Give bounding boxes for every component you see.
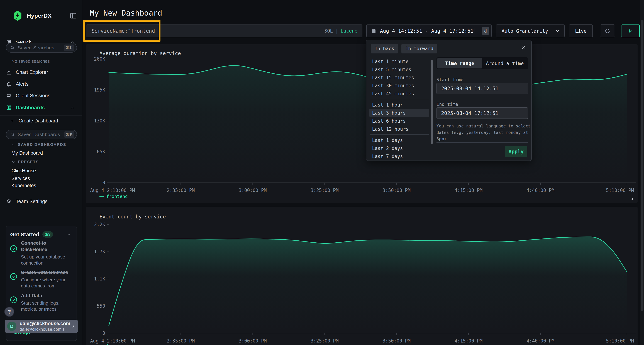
- range-option[interactable]: Last 1 days: [369, 136, 429, 144]
- chevron-right-icon: [71, 324, 75, 328]
- sidebar-collapse-icon[interactable]: [70, 12, 77, 20]
- check-circle-icon: [10, 245, 18, 253]
- section-saved-dashboards[interactable]: SAVED DASHBOARDS: [12, 142, 66, 147]
- date-shortcut-badge: d: [482, 27, 489, 35]
- create-dashboard-button[interactable]: Create Dashboard: [0, 117, 82, 124]
- range-option[interactable]: Last 5 minutes: [369, 65, 429, 73]
- get-started-header[interactable]: Get Started 3/3: [10, 231, 73, 238]
- get-started-progress-badge: 3/3: [42, 231, 53, 238]
- chevron-up-icon[interactable]: [70, 105, 75, 110]
- search-icon: [10, 132, 15, 137]
- user-team: dale@clickhouse.com's: [20, 327, 70, 332]
- svg-text:Aug 4 2:10:00 PM: Aug 4 2:10:00 PM: [90, 338, 135, 344]
- range-option[interactable]: Last 14 days: [369, 160, 429, 161]
- svg-text:3:25:00 PM: 3:25:00 PM: [310, 188, 339, 193]
- sidebar-item-dashboards[interactable]: Dashboards: [0, 104, 82, 111]
- lucene-toggle[interactable]: Lucene: [340, 28, 358, 34]
- range-option[interactable]: Last 30 minutes: [369, 81, 429, 89]
- get-started-item-title: Create Data Sources: [21, 269, 70, 276]
- page-scrollbar-track[interactable]: [640, 0, 644, 345]
- search-icon: [10, 45, 15, 50]
- get-started-item-sources[interactable]: Create Data Sources Configure where your…: [10, 269, 74, 289]
- sidebar: HyperDX Search Saved Searches ⌘K No save…: [0, 0, 82, 345]
- help-button[interactable]: ?: [4, 307, 14, 317]
- sidebar-item-clickhouse[interactable]: ClickHouse: [12, 167, 36, 174]
- sidebar-item-services[interactable]: Services: [12, 175, 30, 182]
- chart-title: Average duration by service: [100, 50, 181, 56]
- sidebar-item-team-settings[interactable]: Team Settings: [0, 198, 82, 205]
- list-scrollbar-thumb[interactable]: [431, 60, 433, 144]
- sidebar-item-label: Dashboards: [16, 105, 45, 110]
- sql-toggle[interactable]: SQL: [324, 28, 333, 34]
- resize-handle-icon[interactable]: [630, 197, 634, 201]
- get-started-item-add-data[interactable]: Add Data Start sending logs, metrics, or…: [10, 293, 74, 312]
- saved-dashboards-input[interactable]: Saved Dashboards ⌘K: [6, 130, 77, 139]
- search-filter-input[interactable]: ServiceName:"frontend" SQL | Lucene: [86, 24, 362, 37]
- avatar: D: [7, 322, 16, 331]
- chart-legend[interactable]: frontend: [100, 343, 128, 345]
- sidebar-item-my-dashboard[interactable]: My Dashboard: [12, 149, 43, 157]
- chart-canvas[interactable]: 2.2K1.7K1.1K5500Aug 4 2:10:00 PM2:35:00 …: [86, 207, 638, 345]
- run-query-button[interactable]: [621, 24, 640, 37]
- sidebar-item-kubernetes[interactable]: Kubernetes: [12, 182, 36, 189]
- chart-explorer-icon: [6, 69, 12, 75]
- range-option[interactable]: Last 12 hours: [369, 125, 429, 133]
- chart-legend[interactable]: frontend: [100, 194, 128, 199]
- sidebar-item-chart-explorer[interactable]: Chart Explorer: [0, 68, 82, 76]
- sidebar-item-client-sessions[interactable]: Client Sessions: [0, 92, 82, 100]
- close-icon[interactable]: [521, 44, 527, 50]
- quick-range-list: Last 1 minute Last 5 minutes Last 15 min…: [369, 57, 432, 161]
- live-button[interactable]: Live: [569, 24, 593, 37]
- chevron-down-icon: [555, 28, 560, 33]
- range-option[interactable]: Last 1 hour: [369, 101, 429, 109]
- range-option[interactable]: Last 45 minutes: [369, 89, 429, 98]
- svg-text:65K: 65K: [97, 149, 105, 154]
- sidebar-item-alerts[interactable]: Alerts: [0, 80, 82, 88]
- chart-canvas[interactable]: 260K195K130K65K0Aug 4 2:10:00 PM2:35:00 …: [86, 44, 638, 203]
- svg-text:3:50:00 PM: 3:50:00 PM: [383, 188, 411, 193]
- get-started-item-title: Add Data: [21, 293, 70, 299]
- sidebar-item-label: Chart Explorer: [16, 69, 48, 75]
- start-time-label: Start time: [436, 77, 464, 82]
- end-time-input[interactable]: 2025-08-04 17:12:51: [436, 107, 528, 119]
- range-option[interactable]: Last 7 days: [369, 152, 429, 160]
- svg-text:130K: 130K: [94, 118, 105, 123]
- date-range-input[interactable]: Aug 4 14:12:51 - Aug 4 17:12:51 d: [366, 24, 492, 37]
- page-scrollbar-thumb[interactable]: [641, 20, 644, 311]
- tab-time-range[interactable]: Time range: [437, 58, 482, 68]
- section-presets[interactable]: PRESETS: [12, 160, 39, 164]
- range-option[interactable]: Last 2 days: [369, 144, 429, 152]
- start-time-input[interactable]: 2025-08-04 14:12:51: [436, 83, 528, 94]
- svg-text:3:00:00 PM: 3:00:00 PM: [239, 338, 267, 344]
- shift-forward-button[interactable]: 1h forward: [402, 44, 438, 53]
- range-option[interactable]: Last 6 hours: [369, 117, 429, 125]
- svg-text:260K: 260K: [94, 56, 105, 62]
- range-option-selected[interactable]: Last 3 hours: [369, 109, 429, 117]
- cmd-k-shortcut: ⌘K: [64, 131, 74, 138]
- apply-button[interactable]: Apply: [505, 146, 527, 157]
- svg-text:0: 0: [102, 331, 105, 336]
- range-option[interactable]: Last 15 minutes: [369, 73, 429, 81]
- app-window: HyperDX Search Saved Searches ⌘K No save…: [0, 0, 644, 345]
- range-option[interactable]: Last 1 minute: [369, 57, 429, 65]
- refresh-button[interactable]: [600, 24, 615, 37]
- svg-text:5:10:00 PM: 5:10:00 PM: [606, 188, 634, 193]
- shift-back-button[interactable]: 1h back: [371, 44, 398, 53]
- brand-row: HyperDX: [0, 11, 82, 21]
- user-account-chip[interactable]: D dale@clickhouse.com dale@clickhouse.co…: [5, 320, 78, 333]
- get-started-item-title: Connect to ClickHouse: [21, 240, 70, 253]
- chevron-up-icon[interactable]: [66, 232, 71, 237]
- get-started-item-desc: Configure where your data comes from: [21, 277, 74, 289]
- gear-icon: [6, 199, 12, 204]
- section-label: SAVED DASHBOARDS: [18, 142, 66, 147]
- svg-text:3:50:00 PM: 3:50:00 PM: [383, 338, 411, 344]
- live-label: Live: [569, 28, 592, 34]
- svg-text:3:00:00 PM: 3:00:00 PM: [239, 188, 267, 193]
- granularity-dropdown[interactable]: Auto Granularity: [496, 24, 564, 37]
- dashboards-icon: [6, 105, 12, 110]
- svg-text:195K: 195K: [94, 87, 105, 93]
- user-email: dale@clickhouse.com: [20, 321, 70, 327]
- tab-around-a-time[interactable]: Around a time: [482, 58, 527, 68]
- saved-searches-input[interactable]: Saved Searches ⌘K: [6, 43, 77, 52]
- get-started-item-connect[interactable]: Connect to ClickHouse Set up your databa…: [10, 240, 74, 266]
